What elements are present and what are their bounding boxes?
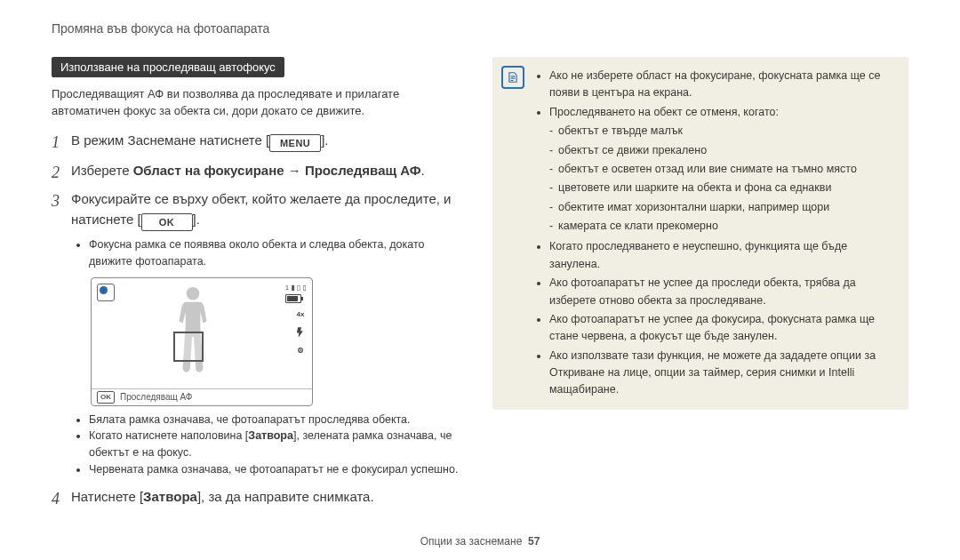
info-6: Ако използвате тази функция, не можете д… (549, 348, 896, 399)
page-footer: Опции за заснемане 57 (0, 535, 960, 548)
info-2-sub-1: обектът е твърде малък (558, 123, 896, 140)
step-3-note-list: Фокусна рамка се появява около обекта и … (71, 236, 468, 270)
footer-label: Опции за заснемане (420, 535, 523, 548)
info-3: Когато проследяването е неуспешно, функц… (549, 238, 896, 273)
step-2-arrow: → (284, 163, 305, 178)
step-4-pre: Натиснете [ (71, 489, 143, 504)
step-3-post: ]. (193, 212, 200, 227)
info-box: Ако не изберете област на фокусиране, фо… (492, 57, 908, 410)
info-2-lead: Проследяването на обект се отменя, когат… (549, 106, 779, 118)
info-4: Ако фотоапаратът не успее да проследи об… (549, 275, 896, 309)
info-2: Проследяването на обект се отменя, когат… (549, 104, 896, 236)
mode-icon (97, 284, 115, 301)
info-2-sub-4: цветовете или шарките на обекта и фона с… (558, 180, 896, 196)
step-3-bullet-3: Червената рамка означава, че фотоапаратъ… (89, 461, 468, 478)
step-1-post: ]. (321, 132, 328, 148)
left-column: Използване на проследяващ автофокус Прос… (52, 57, 468, 516)
tracking-af-label: Проследяващ АФ (305, 163, 421, 178)
step-2: Изберете Област на фокусиране → Проследя… (52, 161, 468, 181)
page-number: 57 (528, 535, 540, 548)
step-3-note: Фокусна рамка се появява около обекта и … (89, 236, 468, 270)
step-4-post: ], за да направите снимката. (197, 489, 374, 504)
info-2-sub: обектът е твърде малък обектът се движи … (549, 123, 896, 235)
info-2-sub-2: обектът се движи прекалено (558, 142, 896, 159)
info-list: Ако не изберете област на фокусиране, фо… (533, 68, 896, 399)
step-3-bullets: Бялата рамка означава, че фотоапаратът п… (71, 412, 468, 478)
steps-list: В режим Заснемане натиснете [MENU]. Избе… (52, 131, 468, 508)
info-2-sub-6: камерата се клати прекомерно (558, 218, 896, 235)
menu-icon: MENU (269, 134, 321, 152)
step-3-bullet-2: Когато натиснете наполовина [Затвора], з… (89, 428, 468, 461)
svg-point-1 (300, 349, 301, 351)
flash-icon (294, 326, 307, 339)
info-1: Ако не изберете област на фокусиране, фо… (549, 68, 896, 102)
step-4: Натиснете [Затвора], за да направите сни… (52, 487, 468, 508)
lcd-hud: 1 ▮ ▯ ▯ (285, 284, 307, 306)
right-column: Ако не изберете област на фокусиране, фо… (492, 57, 908, 516)
ok-icon: OK (141, 213, 193, 231)
info-2-sub-3: обектът е осветен отзад или вие снимате … (558, 161, 896, 178)
section-heading: Използване на проследяващ автофокус (52, 57, 284, 77)
running-head: Промяна във фокуса на фотоапарата (52, 21, 908, 36)
ok-status-icon: OK (97, 391, 115, 404)
remaining-shots: 1 (285, 284, 289, 292)
focus-area-label: Област на фокусиране (133, 163, 284, 178)
zoom-icon: 4x (294, 308, 307, 321)
info-2-sub-5: обектите имат хоризонтални шарки, наприм… (558, 199, 896, 216)
step-3: Фокусирайте се върху обект, който желает… (52, 189, 468, 477)
step-2-post: . (421, 163, 425, 178)
step-1: В режим Заснемане натиснете [MENU]. (52, 131, 468, 152)
intro-paragraph: Проследяващият АФ ви позволява да просле… (52, 86, 468, 120)
step-3-bullet-1: Бялата рамка означава, че фотоапаратът п… (89, 412, 468, 428)
lcd-illustration: 1 ▮ ▯ ▯ 4x (91, 277, 313, 406)
shutter-label-1: Затвора (248, 429, 293, 442)
focus-frame (173, 332, 204, 362)
s3b2-pre: Когато натиснете наполовина [ (89, 429, 248, 442)
lcd-status-text: Проследяващ АФ (120, 390, 192, 404)
shutter-label-2: Затвора (143, 489, 197, 504)
step-2-pre: Изберете (71, 163, 133, 178)
manual-page: Промяна във фокуса на фотоапарата Използ… (0, 0, 960, 560)
two-column-layout: Използване на проследяващ автофокус Прос… (52, 57, 908, 516)
battery-icon (285, 294, 301, 303)
note-icon (501, 66, 524, 89)
step-3-pre: Фокусирайте се върху обект, който желает… (71, 191, 451, 227)
target-icon (294, 344, 307, 356)
lcd-statusbar: OK Проследяващ АФ (92, 388, 312, 405)
info-5: Ако фотоапаратът не успее да фокусира, ф… (549, 311, 896, 346)
lcd-right-icons: 4x (294, 308, 307, 356)
step-1-pre: В режим Заснемане натиснете [ (71, 132, 269, 148)
